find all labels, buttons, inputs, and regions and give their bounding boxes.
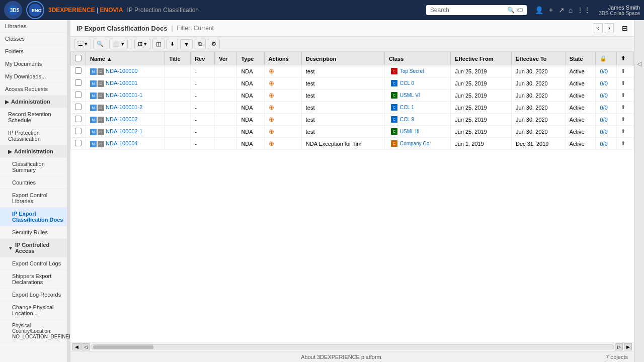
add-icon[interactable]: ＋: [547, 6, 554, 15]
row-upload-icon-4[interactable]: ⬆: [621, 116, 625, 122]
sidebar-item-access-requests[interactable]: Access Requests: [0, 83, 70, 96]
col-select-all[interactable]: [71, 52, 86, 65]
settings-button[interactable]: ⚙: [208, 39, 220, 49]
sidebar-item-security-rules[interactable]: Security Rules: [0, 226, 70, 239]
row-name-link-6[interactable]: NDA-100004: [106, 140, 138, 146]
col-actions[interactable]: Actions: [264, 52, 301, 65]
row-checkbox-6[interactable]: [71, 138, 86, 150]
rss-icon-5[interactable]: ⊕: [269, 128, 274, 135]
col-effective-from[interactable]: Effective From: [451, 52, 512, 65]
col-effective-to[interactable]: Effective To: [512, 52, 566, 65]
grid-view-button[interactable]: ⊞ ▾: [134, 39, 150, 49]
row-upload-icon-3[interactable]: ⬆: [621, 104, 625, 110]
sidebar-item-export-log-records[interactable]: Export Log Records: [0, 289, 70, 301]
col-state[interactable]: State: [565, 52, 596, 65]
search-input[interactable]: [430, 7, 505, 14]
sidebar-item-export-control-libs[interactable]: Export Control Libraries: [0, 189, 70, 208]
sidebar-item-countries[interactable]: Countries: [0, 176, 70, 189]
row-name-link-1[interactable]: NDA-100001: [106, 80, 138, 86]
home-icon[interactable]: ⌂: [569, 6, 573, 14]
col-class[interactable]: Class: [384, 52, 450, 65]
sidebar-item-change-physical-location[interactable]: Change Physical Location...: [0, 301, 70, 320]
table-view-button[interactable]: ◫: [152, 39, 165, 49]
row-class-link-5[interactable]: USML III: [400, 129, 420, 134]
sidebar-item-my-documents[interactable]: My Documents: [0, 58, 70, 70]
rss-icon-3[interactable]: ⊕: [269, 104, 274, 111]
horizontal-scroll-track[interactable]: [91, 344, 614, 349]
sidebar-item-export-control-logs[interactable]: Export Control Logs: [0, 257, 70, 270]
search-icon[interactable]: 🔍: [507, 7, 515, 14]
row-checkbox-0[interactable]: [71, 65, 86, 77]
row-class-link-6[interactable]: Company Co: [400, 141, 429, 146]
col-ver[interactable]: Ver: [215, 52, 237, 65]
sidebar-item-classification-summary[interactable]: Classification Summary: [0, 158, 70, 176]
row-upload-icon-1[interactable]: ⬆: [621, 80, 625, 86]
sidebar-item-record-retention[interactable]: Record Retention Schedule: [0, 108, 70, 127]
rss-icon-6[interactable]: ⊕: [269, 140, 274, 147]
row-upload-icon-6[interactable]: ⬆: [621, 140, 625, 146]
expand-panel-icon[interactable]: ⊟: [622, 24, 628, 32]
col-lock[interactable]: 🔒: [596, 52, 617, 65]
columns-button[interactable]: ⧉: [195, 39, 206, 49]
row-class-link-0[interactable]: Top Secret: [400, 68, 424, 74]
col-title[interactable]: Title: [165, 52, 191, 65]
row-checkbox-4[interactable]: [71, 114, 86, 126]
tag-icon[interactable]: 🏷: [517, 7, 523, 14]
scroll-step-left-button[interactable]: ◁: [82, 343, 90, 350]
sidebar-section-administration1[interactable]: ▶ Administration: [0, 96, 67, 108]
horizontal-scroll-thumb[interactable]: [93, 345, 153, 349]
user-icon[interactable]: 👤: [535, 6, 543, 14]
sidebar-item-libraries[interactable]: Libraries: [0, 20, 70, 33]
sidebar-section-administration2[interactable]: ▶ Administration: [0, 145, 67, 158]
view-menu-button[interactable]: ☰ ▾: [74, 39, 91, 49]
row-upload-icon-0[interactable]: ⬆: [621, 68, 625, 74]
col-rev[interactable]: Rev: [191, 52, 215, 65]
row-class-link-1[interactable]: CCL 0: [400, 80, 414, 86]
col-upload[interactable]: ⬆: [617, 52, 634, 65]
row-name-link-2[interactable]: NDA-100001-1: [106, 92, 142, 98]
sidebar-item-ip-export-classification-docs[interactable]: IP Export Classification Docs: [0, 208, 70, 226]
row-name-link-4[interactable]: NDA-100002: [106, 116, 138, 122]
scroll-right-button[interactable]: ▶: [624, 343, 632, 350]
row-class-link-4[interactable]: CCL 9: [400, 117, 414, 122]
filter-button[interactable]: ▼: [180, 39, 193, 49]
row-upload-icon-2[interactable]: ⬆: [621, 92, 625, 98]
col-type[interactable]: Type: [237, 52, 264, 65]
rss-icon-0[interactable]: ⊕: [269, 67, 274, 75]
export-button[interactable]: ⬇: [167, 39, 178, 49]
sidebar-item-folders[interactable]: Folders: [0, 45, 70, 58]
class-icon-1: C: [391, 80, 397, 86]
app-logo[interactable]: 3DS: [4, 1, 22, 19]
row-class-link-2[interactable]: USML VI: [400, 93, 420, 98]
sidebar-item-classes[interactable]: Classes: [0, 33, 70, 45]
collapse-right-button[interactable]: ◁: [637, 60, 641, 67]
sidebar-section-ip-controlled-access[interactable]: ▼ IP Controlled Access: [0, 239, 67, 257]
sidebar-item-my-downloads[interactable]: My Downloads...: [0, 70, 70, 83]
row-upload-icon-5[interactable]: ⬆: [621, 128, 625, 134]
row-checkbox-3[interactable]: [71, 102, 86, 114]
preview-button[interactable]: ⬜ ▾: [109, 39, 128, 49]
sidebar-item-shippers-export[interactable]: Shippers Export Declarations: [0, 270, 70, 289]
share-icon[interactable]: ↗: [558, 6, 565, 14]
sidebar-item-physical-country[interactable]: Physical Country/Location: NO_LOCATION_D…: [0, 320, 70, 343]
sidebar-item-ip-protection[interactable]: IP Protection Classification: [0, 127, 70, 145]
row-checkbox-5[interactable]: [71, 126, 86, 138]
grid-icon[interactable]: ⋮⋮: [577, 6, 591, 14]
row-checkbox-2[interactable]: [71, 89, 86, 102]
col-name[interactable]: Name ▲: [86, 52, 165, 65]
row-name-link-3[interactable]: NDA-100001-2: [106, 104, 142, 110]
row-class-link-3[interactable]: CCL 1: [400, 105, 414, 110]
rss-icon-1[interactable]: ⊕: [269, 79, 274, 87]
nav-prev-button[interactable]: ‹: [594, 23, 603, 33]
nav-next-button[interactable]: ›: [605, 23, 614, 33]
row-name-link-5[interactable]: NDA-100002-1: [106, 128, 142, 134]
col-description[interactable]: Description: [301, 52, 384, 65]
scroll-left-button[interactable]: ◀: [72, 343, 80, 350]
rss-icon-2[interactable]: ⊕: [269, 92, 274, 99]
row-name-link-0[interactable]: NDA-100000: [106, 68, 138, 74]
scroll-step-right-button[interactable]: ▷: [615, 343, 623, 350]
row-checkbox-1[interactable]: [71, 77, 86, 89]
select-all-checkbox[interactable]: [75, 55, 82, 61]
search-button[interactable]: 🔍: [93, 39, 107, 49]
rss-icon-4[interactable]: ⊕: [269, 116, 274, 123]
